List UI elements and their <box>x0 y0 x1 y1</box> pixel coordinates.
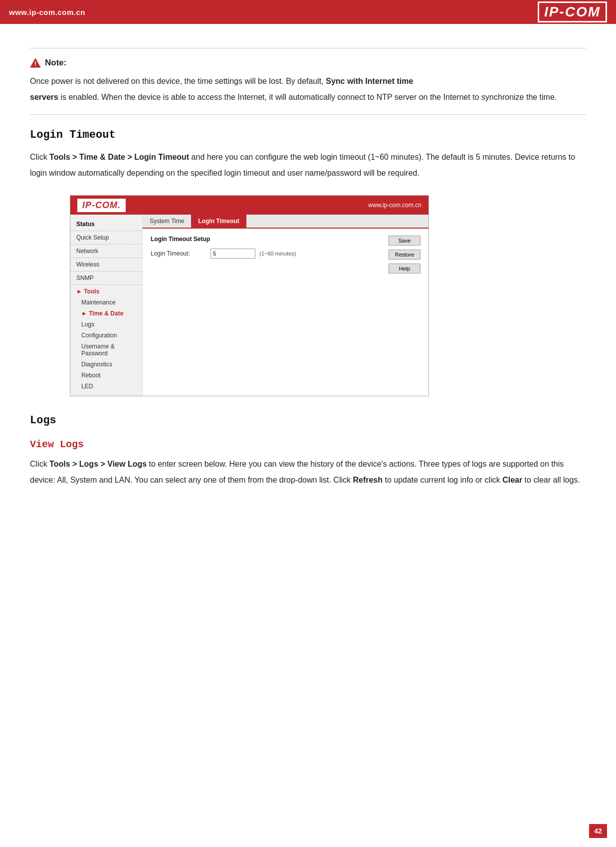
view-logs-subheading: View Logs <box>30 439 586 450</box>
header-logo: IP-COM <box>538 1 607 22</box>
ss-nav-logs[interactable]: Logs <box>70 319 142 330</box>
ss-nav-maintenance[interactable]: Maintenance <box>70 297 142 308</box>
clear-label: Clear <box>502 476 522 484</box>
ss-form-title: Login Timeout Setup <box>151 236 420 243</box>
note-section: ! Note: Once power is not delivered on t… <box>30 57 586 105</box>
ss-nav-quicksetup[interactable]: Quick Setup <box>70 232 142 243</box>
login-timeout-section: Login Timeout Click Tools > Time & Date … <box>30 129 586 396</box>
ss-form-label: Login Timeout: <box>151 250 210 257</box>
ss-nav-diagnostics[interactable]: Diagnostics <box>70 359 142 370</box>
ss-nav-tools[interactable]: ► Tools <box>70 286 142 297</box>
logs-section: Logs View Logs Click Tools > Logs > View… <box>30 414 586 488</box>
ss-nav-div-2 <box>70 244 142 245</box>
ss-header-url: www.ip-com.com.cn <box>368 202 421 209</box>
ss-logo: IP-COM. <box>82 200 121 211</box>
ss-nav-led[interactable]: LED <box>70 381 142 392</box>
main-content: ! Note: Once power is not delivered on t… <box>0 24 616 523</box>
ss-nav-div-5 <box>70 284 142 285</box>
refresh-label: Refresh <box>353 476 383 484</box>
ss-form-hint: (1~60 minutes) <box>259 251 296 257</box>
ss-nav-username[interactable]: Username & Password <box>70 341 142 359</box>
login-timeout-heading: Login Timeout <box>30 129 586 141</box>
ss-save-button[interactable]: Save <box>389 236 420 246</box>
top-divider <box>30 48 586 48</box>
ss-nav-status[interactable]: Status <box>70 219 142 230</box>
ss-tab-logintimeout[interactable]: Login Timeout <box>191 215 246 228</box>
note-title: ! Note: <box>30 57 586 68</box>
warning-icon: ! <box>30 57 41 68</box>
ss-tabs: System Time Login Timeout <box>143 215 428 229</box>
note-paragraph: Once power is not delivered on this devi… <box>30 73 586 105</box>
page-header: www.ip-com.com.cn IP-COM <box>0 0 616 24</box>
ss-nav-div-1 <box>70 231 142 231</box>
ss-nav-div-3 <box>70 258 142 258</box>
logs-heading: Logs <box>30 414 586 427</box>
ss-form-row: Login Timeout: (1~60 minutes) <box>151 249 420 259</box>
ss-main: System Time Login Timeout Save Restore H… <box>143 215 428 396</box>
page-number: 42 <box>589 824 607 838</box>
ss-nav-div-4 <box>70 271 142 272</box>
header-url: www.ip-com.com.cn <box>9 8 85 16</box>
note-bold-2: servers <box>30 93 58 101</box>
ss-nav-wireless[interactable]: Wireless <box>70 259 142 270</box>
ss-nav-timedate[interactable]: ► Time & Date <box>70 308 142 319</box>
note-bold-1: Sync with Internet time <box>326 77 413 85</box>
login-timeout-para: Click Tools > Time & Date > Login Timeou… <box>30 149 586 181</box>
ss-help-button[interactable]: Help <box>389 264 420 274</box>
view-logs-nav: Tools > Logs > View Logs <box>49 460 147 468</box>
ss-nav-network[interactable]: Network <box>70 246 142 257</box>
ss-body: Status Quick Setup Network Wireless SNMP… <box>70 215 428 396</box>
ss-tab-systemtime[interactable]: System Time <box>143 215 191 228</box>
note-label: Note: <box>45 58 66 68</box>
note-text-3: is enabled. When the device is able to a… <box>60 93 557 101</box>
login-timeout-nav: Tools > Time & Date > Login Timeout <box>49 153 189 161</box>
ss-buttons-group: Save Restore Help <box>389 236 420 276</box>
ss-nav-snmp[interactable]: SNMP <box>70 273 142 283</box>
ss-restore-button[interactable]: Restore <box>389 250 420 260</box>
svg-text:!: ! <box>34 60 36 67</box>
login-timeout-screenshot: IP-COM. www.ip-com.com.cn Status Quick S… <box>70 195 429 396</box>
ss-form-area: Save Restore Help Login Timeout Setup Lo… <box>143 229 428 270</box>
ss-nav-configuration[interactable]: Configuration <box>70 330 142 341</box>
view-logs-para: Click Tools > Logs > View Logs to enter … <box>30 456 586 488</box>
ss-nav: Status Quick Setup Network Wireless SNMP… <box>70 215 143 396</box>
note-text-1: Once power is not delivered on this devi… <box>30 77 324 85</box>
mid-divider-1 <box>30 114 586 115</box>
ss-login-timeout-input[interactable] <box>210 249 255 259</box>
ss-nav-reboot[interactable]: Reboot <box>70 370 142 381</box>
